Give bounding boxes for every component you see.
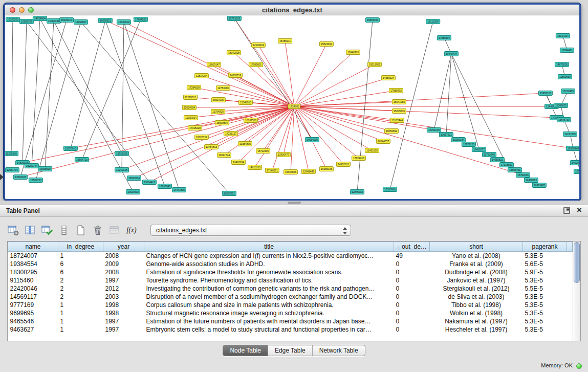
graph-node[interactable]: 16504713 (75, 157, 89, 162)
graph-node[interactable]: 14441805 (172, 187, 186, 192)
function-builder-button[interactable]: f(x) (125, 224, 138, 236)
table-row[interactable]: 946554611997Estimation of the future num… (8, 317, 573, 325)
graph-node[interactable]: 12900477 (276, 152, 291, 157)
graph-node[interactable]: 12217305 (563, 132, 577, 137)
graph-node[interactable]: 16344557 (376, 139, 390, 144)
graph-node[interactable]: 15794036 (516, 172, 530, 178)
graph-node[interactable]: 15048913 (238, 100, 253, 105)
graph-node[interactable]: 11783046 (482, 152, 496, 157)
graph-node[interactable]: 17230945 (158, 184, 172, 189)
table-row[interactable]: 1830029562008Estimation of significance … (8, 268, 573, 276)
graph-node[interactable]: 14029561 (570, 160, 579, 165)
graph-node[interactable]: 18111004 (426, 19, 440, 24)
graph-node[interactable]: 16209744 (25, 163, 39, 168)
graph-node[interactable]: 19448794 (444, 51, 459, 56)
delete-table-button[interactable] (92, 224, 104, 236)
graph-node[interactable]: 10905610 (38, 166, 52, 171)
tab-edge-table[interactable]: Edge Table (268, 345, 312, 356)
graph-node[interactable]: 15648730 (557, 117, 571, 122)
graph-node[interactable]: 17580304 (437, 35, 451, 40)
graph-node[interactable]: 15355916 (383, 187, 397, 192)
graph-node[interactable]: 10483294 (231, 160, 246, 165)
panel-splitter[interactable] (0, 201, 588, 205)
graph-node[interactable]: 16600147 (207, 62, 221, 67)
graph-node[interactable]: 14200719 (228, 73, 243, 78)
graph-node[interactable]: 12754813 (204, 144, 219, 149)
graph-node[interactable]: 1724095 (288, 104, 300, 109)
minimize-window-button[interactable] (19, 7, 25, 13)
graph-node[interactable]: 15367805 (284, 169, 298, 174)
graph-node[interactable]: 13518228 (13, 174, 28, 180)
import-table-button[interactable] (41, 224, 53, 236)
column-header-in_degree[interactable]: in_degree (58, 242, 103, 252)
window-titlebar[interactable]: citations_edges.txt (5, 5, 579, 15)
graph-node[interactable]: 13290847 (74, 19, 88, 25)
graph-node[interactable]: 10736218 (574, 169, 579, 174)
graph-node[interactable]: 11205330 (5, 151, 18, 156)
graph-node[interactable]: 18056892 (384, 128, 399, 134)
graph-node[interactable]: 11279513 (183, 95, 198, 100)
graph-node[interactable]: 12367514 (184, 115, 198, 120)
graph-node[interactable]: 16053221 (222, 191, 236, 196)
graph-node[interactable]: 13354806 (238, 141, 252, 146)
graph-node[interactable]: 11431505 (365, 148, 379, 153)
network-canvas[interactable]: 1724095154852111212541918342008166001471… (5, 15, 579, 199)
graph-node[interactable]: 12041441 (301, 169, 316, 174)
column-header-title[interactable]: title (144, 242, 394, 252)
table-disabled-button[interactable] (108, 224, 121, 236)
graph-node[interactable]: 16940910 (346, 50, 360, 55)
graph-node[interactable]: 14613310 (248, 165, 262, 170)
graph-node[interactable]: 12330619 (117, 19, 131, 25)
graph-node[interactable]: 17604203 (134, 17, 148, 22)
graph-node[interactable]: 12070613 (63, 146, 78, 151)
close-window-button[interactable] (10, 7, 15, 13)
table-row[interactable]: 2242004622012Investigating the contribut… (8, 285, 573, 293)
column-header-filler[interactable] (567, 242, 573, 252)
graph-node[interactable]: 16863044 (365, 17, 380, 23)
table-row[interactable]: 977716911998Corpus callosum shape and si… (8, 301, 573, 309)
graph-node[interactable]: 16017204 (556, 33, 570, 38)
graph-node[interactable]: 17236127 (224, 131, 238, 136)
graph-node[interactable]: 12979150 (462, 142, 476, 147)
graph-node[interactable]: 19013905 (367, 62, 382, 67)
float-panel-icon[interactable] (563, 207, 570, 214)
table-options-button[interactable] (7, 224, 19, 236)
column-header-year[interactable]: year (103, 242, 144, 252)
graph-node[interactable]: 11704820 (211, 109, 225, 114)
graph-node[interactable]: 12506707 (19, 19, 34, 24)
graph-node[interactable]: 16650821 (98, 18, 113, 23)
table-row[interactable]: 969969511998Structural magnetic resonanc… (8, 309, 573, 317)
graph-node[interactable]: 16091744 (217, 152, 231, 158)
graph-node[interactable]: 13095672 (554, 103, 568, 108)
graph-node[interactable]: 13804412 (142, 180, 157, 185)
graph-node[interactable]: 15913504 (127, 176, 141, 181)
graph-node[interactable]: 17015228 (188, 125, 202, 130)
table-row[interactable]: 946362711997Embryonic stem cells: a mode… (8, 325, 573, 334)
graph-node[interactable]: 14650324 (381, 75, 396, 80)
table-row[interactable]: 1938455462009Genome-wide association stu… (8, 260, 573, 268)
table-source-select[interactable]: citations_edges.txt (150, 225, 351, 236)
new-table-button[interactable] (75, 224, 87, 236)
graph-node[interactable]: 14754904 (33, 16, 47, 21)
graph-node[interactable]: 17284538 (187, 85, 201, 90)
graph-node[interactable]: 15485211 (278, 38, 292, 43)
graph-node[interactable]: 15205810 (392, 108, 406, 114)
graph-node[interactable]: 12468513 (524, 178, 538, 183)
graph-node[interactable]: 16912470 (532, 183, 547, 188)
graph-node[interactable]: 15723319 (227, 16, 242, 21)
graph-node[interactable]: 13605491 (508, 167, 522, 172)
tab-network-table[interactable]: Network Table (312, 345, 365, 356)
graph-node[interactable]: 16722115 (256, 148, 270, 154)
graph-node[interactable]: 17885402 (389, 88, 403, 93)
graph-node[interactable]: 18342008 (227, 50, 241, 55)
graph-node[interactable]: 15905114 (59, 17, 74, 23)
graph-node[interactable]: 16014187 (211, 97, 226, 102)
graph-node[interactable]: 15958120 (538, 91, 553, 96)
graph-node[interactable]: 16370948 (566, 146, 579, 151)
graph-node[interactable]: 12661704 (5, 167, 19, 172)
graph-node[interactable]: 14982031 (336, 162, 351, 167)
graph-node[interactable]: 16041950 (392, 99, 406, 104)
graph-node[interactable]: 17924016 (352, 156, 366, 161)
graph-node[interactable]: 11082461 (47, 18, 61, 24)
column-display-button[interactable] (24, 224, 36, 236)
